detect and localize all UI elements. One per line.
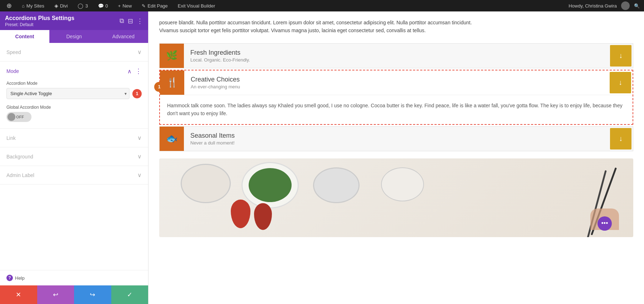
seasonal-icon-box: 🐟	[160, 127, 184, 151]
tabs-bar: Content Design Advanced	[0, 30, 148, 43]
radish-1	[231, 200, 250, 228]
exit-visual-builder-btn[interactable]: Exit Visual Builder	[176, 2, 218, 10]
global-toggle[interactable]: OFF	[6, 112, 31, 122]
admin-bar-right: Howdy, Christina Gwira 🔍	[569, 1, 640, 10]
comments-count: 0	[106, 3, 108, 9]
help-row[interactable]: ? Help	[0, 270, 148, 285]
panel-preset: Preset: Default	[5, 22, 74, 27]
speed-chevron: ∨	[137, 49, 142, 55]
bowl-2-contents	[249, 168, 292, 202]
accordion-mode-field-label: Accordion Mode	[6, 81, 142, 86]
creative-header[interactable]: 🍴 Creative Choices An ever-changing menu…	[160, 70, 633, 95]
background-section[interactable]: Background ∨	[0, 147, 148, 166]
num-label: 3	[85, 3, 88, 9]
panel-title: Accordions Plus Settings	[5, 15, 74, 21]
toggle-state-label: OFF	[16, 115, 24, 119]
accordion-mode-select-row: Single Active Toggle ▾ 1	[6, 88, 142, 99]
collapse-icon[interactable]: ⧉	[119, 17, 124, 25]
action-buttons: ✕ ↩ ↪ ✓	[0, 285, 148, 304]
bowl-1	[181, 164, 231, 203]
divi-icon: ◈	[54, 3, 58, 9]
fresh-arrow-icon: ↓	[619, 52, 623, 60]
search-icon[interactable]: 🔍	[634, 3, 640, 9]
seasonal-subtitle: Never a dull moment!	[190, 140, 602, 146]
more-icon[interactable]: ⋮	[137, 17, 143, 25]
seasonal-arrow-icon: ↓	[619, 134, 623, 143]
divi-label: Divi	[60, 3, 68, 9]
global-mode-label: Global Accordion Mode	[6, 105, 142, 110]
bowl-3	[313, 167, 360, 203]
wp-icon[interactable]: ⊕	[4, 0, 14, 11]
mode-label: Mode	[6, 68, 19, 74]
accordion-mode-select[interactable]: Single Active Toggle	[6, 88, 130, 99]
user-avatar[interactable]	[621, 1, 630, 10]
pencil-icon: ✎	[142, 3, 146, 9]
creative-text: Creative Choices An ever-changing menu	[184, 72, 608, 93]
tab-advanced[interactable]: Advanced	[99, 30, 148, 43]
admin-bar: ⊕ ⌂ My Sites ◈ Divi ◯ 3 💬 0 + New ✎ Edit…	[0, 0, 644, 11]
accordion-mode-badge: 1	[132, 89, 142, 98]
my-sites-menu[interactable]: ⌂ My Sites	[20, 2, 47, 10]
header-icons: ⧉ ⊟ ⋮	[119, 17, 143, 25]
layout-icon[interactable]: ⊟	[128, 17, 133, 25]
admin-label-section[interactable]: Admin Label ∨	[0, 166, 148, 185]
mode-header-row[interactable]: Mode ∧ ⋮	[0, 62, 148, 81]
admin-label-chevron: ∨	[137, 172, 142, 178]
redo-button[interactable]: ↪	[74, 285, 111, 304]
speed-label: Speed	[6, 49, 21, 55]
content-area: posuere blandit. Nulla porttitor accumsa…	[148, 11, 644, 304]
bowl-2	[241, 162, 299, 209]
tab-content[interactable]: Content	[0, 30, 49, 43]
creative-badge: 1	[154, 82, 164, 92]
creative-title: Creative Choices	[191, 76, 602, 83]
creative-body: Hammock talk come soon. The ladies alway…	[160, 95, 633, 124]
creative-icon: 🍴	[166, 77, 178, 88]
settings-panel: Accordions Plus Settings Preset: Default…	[0, 11, 148, 304]
mode-dots-icon[interactable]: ⋮	[135, 67, 142, 75]
creative-toggle-btn[interactable]: ↓	[610, 72, 631, 93]
seasonal-header[interactable]: 🐟 Seasonal Items Never a dull moment! ↓	[160, 127, 633, 151]
fresh-toggle-btn[interactable]: ↓	[610, 45, 631, 67]
seasonal-accordion: 🐟 Seasonal Items Never a dull moment! ↓	[159, 126, 633, 151]
exit-label: Exit Visual Builder	[178, 3, 215, 9]
my-sites-label: My Sites	[26, 3, 44, 9]
accordion-mode-select-wrapper: Single Active Toggle ▾	[6, 88, 130, 99]
bowl-4	[381, 167, 424, 201]
home-icon: ⌂	[22, 3, 25, 9]
wordpress-icon: ⊕	[6, 2, 12, 10]
floating-dots-button[interactable]: •••	[597, 216, 612, 231]
fresh-icon-box: 🌿	[160, 44, 184, 68]
background-chevron: ∨	[137, 153, 142, 160]
seasonal-toggle-btn[interactable]: ↓	[610, 128, 631, 149]
edit-page-label: Edit Page	[147, 3, 167, 9]
accordion-item-seasonal: 🐟 Seasonal Items Never a dull moment! ↓	[159, 126, 633, 151]
photo-section: •••	[159, 158, 633, 237]
link-chevron: ∨	[137, 134, 142, 141]
cancel-button[interactable]: ✕	[0, 285, 37, 304]
admin-label-label: Admin Label	[6, 172, 34, 178]
save-button[interactable]: ✓	[111, 285, 148, 304]
link-label: Link	[6, 135, 16, 141]
edit-page-btn[interactable]: ✎ Edit Page	[140, 2, 170, 10]
speed-section[interactable]: Speed ∨	[0, 43, 148, 62]
link-section[interactable]: Link ∨	[0, 129, 148, 147]
toggle-knob	[8, 113, 15, 121]
comments-menu[interactable]: 💬 0	[96, 2, 110, 10]
new-menu[interactable]: + New	[116, 2, 134, 10]
tab-design[interactable]: Design	[49, 30, 99, 43]
plus-icon: +	[118, 3, 121, 9]
divi-menu[interactable]: ◈ Divi	[52, 1, 70, 10]
creative-subtitle: An ever-changing menu	[191, 84, 602, 89]
fresh-subtitle: Local. Organic. Eco-Friendly.	[190, 57, 602, 63]
fresh-title: Fresh Ingredients	[190, 49, 602, 57]
creative-accordion: 🍴 Creative Choices An ever-changing menu…	[159, 70, 633, 125]
intro-text: posuere blandit. Nulla porttitor accumsa…	[159, 19, 481, 35]
undo-button[interactable]: ↩	[37, 285, 74, 304]
customize-menu[interactable]: ◯ 3	[75, 1, 90, 10]
new-label: New	[122, 3, 132, 9]
fresh-accordion: 🌿 Fresh Ingredients Local. Organic. Eco-…	[159, 43, 633, 68]
fresh-header[interactable]: 🌿 Fresh Ingredients Local. Organic. Eco-…	[160, 44, 633, 68]
fresh-icon: 🌿	[166, 50, 177, 61]
seasonal-icon: 🐟	[166, 133, 177, 144]
accordion-item-fresh: 🌿 Fresh Ingredients Local. Organic. Eco-…	[159, 43, 633, 68]
